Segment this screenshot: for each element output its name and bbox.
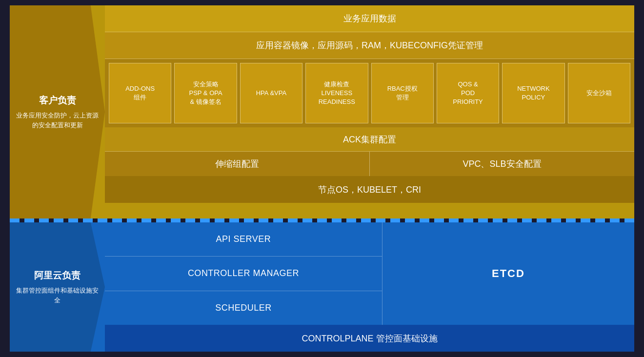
vpc-right: VPC、SLB安全配置 [370, 152, 634, 176]
alibaba-responsibility-label: 阿里云负责 集群管控面组件和基础设施安全 [10, 222, 105, 352]
addons-box: ADD-ONS组件 [109, 63, 171, 123]
node-os-text: 节点OS，KUBELET，CRI [105, 179, 634, 200]
health-check-box: 健康检查LIVENESSREADINESS [305, 63, 368, 123]
customer-responsibility-label: 客户负责 业务应用安全防护，云上资源的安全配置和更新 [10, 5, 105, 218]
scaling-vpc-row: 伸缩组配置 VPC、SLB安全配置 [105, 152, 634, 176]
customer-sub-title: 业务应用安全防护，云上资源的安全配置和更新 [15, 111, 100, 130]
separator [10, 218, 634, 222]
qos-box: QOS &PODPRIORITY [437, 63, 499, 123]
control-plane-left-col: API SERVER CONTROLLER MANAGER SCHEDULER [105, 222, 382, 325]
alibaba-sub-title: 集群管控面组件和基础设施安全 [15, 286, 100, 305]
sandbox-box: 安全沙箱 [568, 63, 630, 123]
etcd-col: ETCD [382, 222, 634, 325]
rbac-box: RBAC授权管理 [371, 63, 434, 123]
diagram-container: 客户负责 业务应用安全防护，云上资源的安全配置和更新 业务应用数据 应用容器镜像… [10, 5, 634, 352]
business-data-row: 业务应用数据 [105, 5, 634, 32]
hpa-box: HPA &VPA [240, 63, 302, 123]
business-data-text: 业务应用数据 [105, 8, 634, 29]
api-server-row: API SERVER [105, 222, 382, 257]
scheduler-row: SCHEDULER [105, 291, 382, 325]
scheduler-text: SCHEDULER [215, 303, 272, 313]
container-image-text: 应用容器镜像，应用源码，RAM，KUBECONFIG凭证管理 [105, 35, 634, 56]
network-policy-box: NETWORKPOLICY [502, 63, 564, 123]
customer-main-title: 客户负责 [39, 94, 76, 107]
ack-cluster-row: ACK集群配置 [105, 127, 634, 152]
controlplane-row: CONTROLPLANE 管控面基础设施 [105, 325, 634, 352]
controlplane-text: CONTROLPLANE 管控面基础设施 [302, 333, 437, 344]
alibaba-main-title: 阿里云负责 [34, 269, 80, 282]
api-server-text: API SERVER [216, 234, 271, 244]
scaling-text: 伸缩组配置 [105, 153, 369, 175]
vpc-text: VPC、SLB安全配置 [370, 153, 634, 175]
bottom-right-content: API SERVER CONTROLLER MANAGER SCHEDULER … [105, 222, 634, 352]
controller-manager-text: CONTROLLER MANAGER [188, 268, 299, 278]
container-image-row: 应用容器镜像，应用源码，RAM，KUBECONFIG凭证管理 [105, 32, 634, 59]
top-section: 客户负责 业务应用安全防护，云上资源的安全配置和更新 业务应用数据 应用容器镜像… [10, 5, 634, 218]
bottom-top-section: API SERVER CONTROLLER MANAGER SCHEDULER … [105, 222, 634, 325]
top-right-content: 业务应用数据 应用容器镜像，应用源码，RAM，KUBECONFIG凭证管理 AD… [105, 5, 634, 218]
bottom-section: 阿里云负责 集群管控面组件和基础设施安全 API SERVER CONTROLL… [10, 222, 634, 352]
grid-row: ADD-ONS组件 安全策略PSP & OPA& 镜像签名 HPA &VPA 健… [105, 59, 634, 127]
etcd-text: ETCD [492, 267, 525, 280]
scaling-left: 伸缩组配置 [105, 152, 370, 176]
psp-box: 安全策略PSP & OPA& 镜像签名 [174, 63, 237, 123]
node-os-row: 节点OS，KUBELET，CRI [105, 176, 634, 203]
ack-cluster-text: ACK集群配置 [105, 129, 634, 150]
controller-manager-row: CONTROLLER MANAGER [105, 257, 382, 291]
